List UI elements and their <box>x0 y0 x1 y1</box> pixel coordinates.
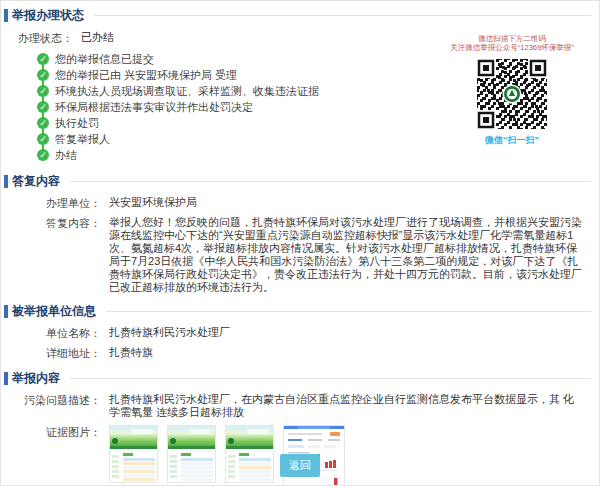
reply-content-label: 答复内容： <box>1 216 101 231</box>
section-report-header: 举报内容 <box>4 371 595 385</box>
banner-cloud-decoration <box>247 429 269 434</box>
pollution-description-text: 扎赉特旗利民污水处理厂，在内蒙古自治区重点监控企业自行监测信息发布平台数据显示，… <box>101 393 595 419</box>
banner-cloud-decoration <box>189 429 211 434</box>
check-icon: ✓ <box>37 101 49 113</box>
portal-table-row <box>239 478 271 481</box>
reply-unit-label: 办理单位： <box>1 196 101 211</box>
section-reported-unit-header: 被举报单位信息 <box>4 304 595 318</box>
section-reported-unit-title: 被举报单位信息 <box>12 303 96 320</box>
section-accent-bar <box>4 175 8 188</box>
qr-hint-line2: 关注微信举报公众号“12369环保举报” <box>431 43 593 52</box>
unit-address-label: 详细地址： <box>1 346 101 361</box>
section-status-title: 举报办理状态 <box>12 7 84 24</box>
portal-logo-icon <box>112 438 118 444</box>
timeline-step-label: 您的举报信息已提交 <box>55 52 154 67</box>
reply-unit-value: 兴安盟环境保护局 <box>101 196 599 209</box>
green-portal-banner <box>110 426 157 446</box>
qr-caption: 微信“扫一扫” <box>431 134 593 147</box>
check-icon: ✓ <box>37 149 49 161</box>
section-rule <box>106 311 591 312</box>
check-icon: ✓ <box>37 117 49 129</box>
back-button-row: 返回 <box>1 454 599 477</box>
pollution-description-label: 污染问题描述： <box>1 393 101 408</box>
section-rule <box>94 15 591 16</box>
section-accent-bar <box>4 372 8 385</box>
portal-table-row <box>181 478 213 481</box>
qr-code-image <box>475 57 549 131</box>
section-report-title: 举报内容 <box>12 370 60 387</box>
section-accent-bar <box>4 305 8 318</box>
portal-table-row <box>123 478 155 481</box>
unit-name-label: 单位名称： <box>1 326 101 341</box>
back-button[interactable]: 返回 <box>280 454 320 477</box>
green-portal-banner <box>168 426 215 446</box>
section-reply-header: 答复内容 <box>4 174 595 188</box>
timeline-step-label: 办结 <box>55 148 77 163</box>
check-icon: ✓ <box>37 85 49 97</box>
timeline-step: ✓ 办结 <box>37 147 599 163</box>
wechat-qr-panel: 微信扫描下方二维码 关注微信举报公众号“12369环保举报” <box>431 34 593 147</box>
section-reply-title: 答复内容 <box>12 173 60 190</box>
status-label: 办理状态： <box>1 31 73 46</box>
qr-hint-line1: 微信扫描下方二维码 <box>431 34 593 43</box>
section-accent-bar <box>4 9 8 22</box>
evidence-label: 证据图片： <box>1 425 101 440</box>
section-status-header: 举报办理状态 <box>4 8 595 22</box>
section-rule <box>70 378 591 379</box>
timeline-step-label: 您的举报已由 兴安盟环境保护局 受理 <box>55 68 237 83</box>
reply-content-text: 举报人您好！您反映的问题，扎赉特旗环保局对该污水处理厂进行了现场调查，并根据兴安… <box>101 216 599 294</box>
check-icon: ✓ <box>37 133 49 145</box>
portal-logo-icon <box>170 438 176 444</box>
timeline-step-label: 执行处罚 <box>55 116 99 131</box>
check-icon: ✓ <box>37 53 49 65</box>
portal-logo-icon <box>228 438 234 444</box>
green-portal-banner <box>226 426 273 446</box>
report-status-page: 举报办理状态 办理状态： 已办结 ✓ 您的举报信息已提交 ✓ 您的举报已由 兴安… <box>0 0 600 486</box>
section-rule <box>70 181 591 182</box>
banner-cloud-decoration <box>131 429 153 434</box>
timeline-step-label: 答复举报人 <box>55 132 110 147</box>
unit-address-value: 扎赉特旗 <box>101 346 599 359</box>
timeline-step-label: 环保局根据违法事实审议并作出处罚决定 <box>55 100 253 115</box>
unit-name-value: 扎赉特旗利民污水处理厂 <box>101 326 599 339</box>
timeline-step-label: 环境执法人员现场调查取证、采样监测、收集违法证据 <box>55 84 319 99</box>
check-icon: ✓ <box>37 69 49 81</box>
